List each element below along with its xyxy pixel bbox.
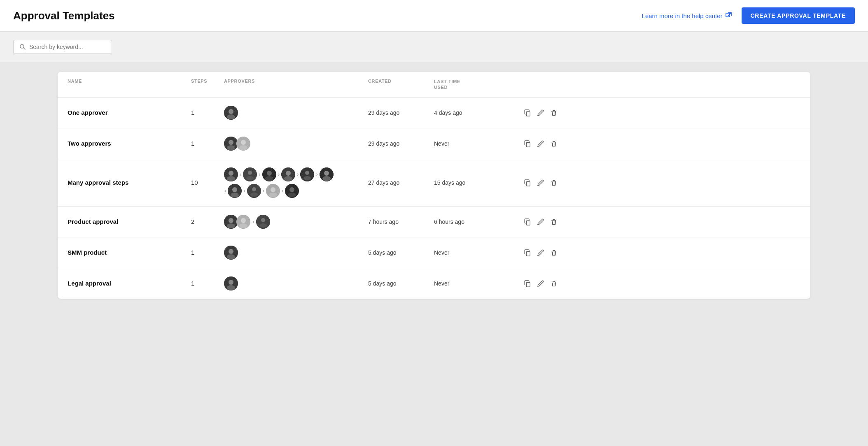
edit-button[interactable] — [537, 249, 544, 256]
svg-point-36 — [250, 193, 258, 197]
avatar — [266, 184, 280, 198]
svg-point-32 — [232, 187, 237, 192]
row-last-used: Never — [434, 280, 508, 287]
header-actions: Learn more in the help center CREATE APP… — [642, 7, 855, 24]
svg-point-10 — [241, 140, 246, 145]
col-steps-header: STEPS — [191, 79, 224, 91]
search-bar-section — [0, 32, 868, 62]
avatar — [224, 246, 238, 260]
copy-button[interactable] — [524, 140, 531, 147]
svg-point-48 — [241, 218, 246, 223]
avatar — [247, 184, 261, 198]
help-link[interactable]: Learn more in the help center — [642, 12, 732, 19]
svg-point-46 — [227, 223, 235, 228]
svg-point-27 — [303, 176, 311, 180]
row-created: 5 days ago — [368, 249, 434, 256]
svg-point-39 — [269, 193, 277, 197]
chevron-separator: › — [263, 188, 264, 194]
create-approval-template-button[interactable]: CREATE APPROVAL TEMPLATE — [742, 7, 855, 24]
delete-button[interactable] — [550, 179, 558, 186]
svg-point-52 — [259, 223, 267, 228]
row-actions — [508, 140, 558, 147]
svg-point-15 — [227, 176, 235, 181]
avatar — [224, 215, 238, 229]
edit-button[interactable] — [537, 280, 544, 287]
row-steps: 1 — [191, 109, 224, 116]
delete-button[interactable] — [550, 109, 558, 116]
edit-button[interactable] — [537, 179, 544, 186]
row-actions — [508, 249, 558, 256]
svg-point-3 — [229, 109, 233, 114]
svg-point-18 — [246, 176, 254, 180]
copy-button[interactable] — [524, 179, 531, 186]
avatar — [224, 276, 238, 290]
col-actions-header — [508, 79, 558, 91]
chevron-separator: › — [224, 188, 226, 194]
row-last-used: 4 days ago — [434, 109, 508, 116]
avatar — [224, 106, 238, 120]
chevron-separator: › — [316, 171, 317, 177]
table-row: SMM product 1 5 days ago Never — [58, 237, 810, 268]
svg-point-4 — [227, 114, 235, 119]
svg-point-45 — [229, 218, 233, 223]
row-last-used: 15 days ago — [434, 179, 508, 186]
svg-point-8 — [227, 145, 235, 150]
row-approvers — [224, 246, 368, 260]
row-approvers — [224, 276, 368, 290]
table-row: Many approval steps 10 › › › › — [58, 159, 810, 207]
row-approvers: › — [224, 215, 368, 229]
svg-rect-12 — [526, 142, 530, 147]
svg-point-23 — [286, 171, 291, 176]
delete-button[interactable] — [550, 140, 558, 147]
svg-point-29 — [324, 171, 329, 176]
svg-point-30 — [322, 176, 331, 181]
row-name: One approver — [68, 109, 191, 116]
chevron-separator: › — [282, 188, 283, 194]
row-last-used: Never — [434, 249, 508, 256]
row-name: Many approval steps — [68, 179, 191, 186]
svg-point-42 — [288, 193, 296, 197]
edit-button[interactable] — [537, 109, 544, 116]
table-row: Two approvers 1 — [58, 128, 810, 159]
delete-button[interactable] — [550, 218, 558, 225]
avatar — [285, 184, 299, 198]
svg-point-21 — [265, 176, 273, 181]
edit-button[interactable] — [537, 218, 544, 225]
col-approvers-header: APPROVERS — [224, 79, 368, 91]
copy-button[interactable] — [524, 249, 531, 256]
edit-button[interactable] — [537, 140, 544, 147]
row-last-used: 6 hours ago — [434, 218, 508, 225]
chevron-separator: › — [252, 218, 254, 225]
row-steps: 1 — [191, 249, 224, 256]
col-last-used-header: LAST TIME USED — [434, 79, 508, 91]
row-steps: 1 — [191, 140, 224, 147]
copy-button[interactable] — [524, 280, 531, 287]
svg-rect-43 — [526, 181, 530, 186]
avatar — [224, 167, 238, 181]
row-created: 5 days ago — [368, 280, 434, 287]
avatar — [300, 167, 314, 181]
search-icon — [19, 44, 26, 50]
search-input[interactable] — [29, 44, 106, 50]
row-created: 7 hours ago — [368, 218, 434, 225]
delete-button[interactable] — [550, 280, 558, 287]
copy-button[interactable] — [524, 218, 531, 225]
svg-point-17 — [248, 171, 252, 175]
svg-point-26 — [305, 171, 309, 175]
chevron-separator: › — [297, 171, 299, 177]
col-created-header: CREATED — [368, 79, 434, 91]
table-row: Product approval 2 › 7 hours ago 6 hours… — [58, 207, 810, 237]
row-last-used: Never — [434, 140, 508, 147]
table-header: NAME STEPS APPROVERS CREATED LAST TIME U… — [58, 72, 810, 98]
search-bar-container — [13, 40, 112, 54]
row-created: 27 days ago — [368, 179, 434, 186]
svg-point-49 — [239, 223, 247, 228]
delete-button[interactable] — [550, 249, 558, 256]
avatar-image — [224, 106, 238, 120]
avatar — [236, 215, 250, 229]
chevron-separator: › — [240, 171, 241, 177]
row-name: Legal approval — [68, 280, 191, 287]
copy-button[interactable] — [524, 109, 531, 116]
svg-point-56 — [227, 254, 235, 259]
avatar — [256, 215, 270, 229]
